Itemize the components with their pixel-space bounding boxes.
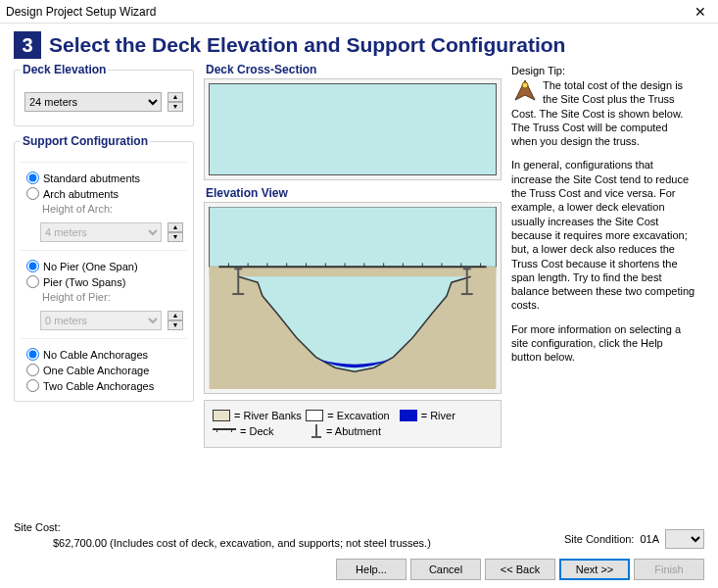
site-cost-label: Site Cost: (14, 521, 564, 533)
elevation-view (209, 207, 497, 389)
radio-two-anchor[interactable]: Two Cable Anchorages (26, 379, 181, 392)
swatch-river (400, 410, 417, 421)
next-button[interactable]: Next >> (559, 559, 630, 580)
help-button[interactable]: Help... (336, 559, 407, 580)
pier-height-label: Height of Pier: (42, 291, 187, 303)
swatch-excavation (306, 410, 323, 421)
radio-standard-abutments[interactable]: Standard abutments (26, 172, 181, 184)
radio-one-anchor[interactable]: One Cable Anchorage (26, 364, 181, 376)
support-config-group: Support Configuration Standard abutments… (14, 134, 194, 402)
cross-section-label: Deck Cross-Section (206, 63, 502, 76)
design-tip-header: Design Tip: (511, 65, 695, 76)
arch-height-select: 4 meters (40, 222, 162, 242)
pier-height-select: 0 meters (40, 311, 162, 330)
step-number: 3 (14, 31, 41, 59)
elevation-panel (204, 202, 502, 394)
site-condition-label: Site Condition: (564, 533, 635, 545)
cross-section-view (209, 83, 497, 175)
radio-no-anchor[interactable]: No Cable Anchorages (26, 348, 181, 361)
deck-elevation-group: Deck Elevation 24 meters ▲▼ (14, 63, 194, 126)
deck-elevation-select[interactable]: 24 meters (24, 92, 162, 112)
svg-rect-0 (210, 207, 497, 267)
radio-arch-abutments[interactable]: Arch abutments (26, 187, 181, 200)
step-title: Select the Deck Elevation and Support Co… (49, 33, 565, 57)
elevation-label: Elevation View (206, 186, 502, 200)
cancel-button[interactable]: Cancel (410, 559, 481, 580)
svg-point-24 (522, 82, 528, 88)
pier-height-spinner: ▲▼ (168, 311, 183, 330)
site-cost-value: $62,700.00 (Includes cost of deck, excav… (53, 537, 564, 549)
window-title: Design Project Setup Wizard (6, 5, 689, 19)
radio-pier[interactable]: Pier (Two Spans) (26, 275, 181, 288)
tip-paragraph-2: In general, configurations that increase… (511, 158, 695, 312)
content: 3 Select the Deck Elevation and Support … (0, 24, 718, 448)
support-config-legend: Support Configuration (21, 134, 150, 148)
deck-elevation-legend: Deck Elevation (21, 63, 108, 76)
deck-elevation-spinner[interactable]: ▲▼ (168, 92, 183, 112)
titlebar: Design Project Setup Wizard ✕ (0, 0, 718, 24)
swatch-deck-icon (213, 428, 236, 434)
radio-no-pier[interactable]: No Pier (One Span) (26, 260, 181, 272)
design-tip: Design Tip: The total cost of the design… (511, 63, 695, 448)
site-condition-value: 01A (640, 533, 659, 545)
wizard-buttons: Help... Cancel << Back Next >> Finish (336, 559, 704, 580)
tip-paragraph-3: For more information on selecting a site… (511, 322, 695, 365)
tip-paragraph-1: The total cost of the design is the Site… (511, 78, 695, 148)
legend-panel: = River Banks = Excavation = River = Dec… (204, 400, 502, 448)
swatch-river-banks (213, 410, 230, 421)
cross-section-panel (204, 78, 502, 180)
arch-height-label: Height of Arch: (42, 203, 187, 215)
back-button[interactable]: << Back (485, 559, 555, 580)
swatch-abutment-icon (311, 424, 322, 438)
arch-height-spinner: ▲▼ (168, 222, 183, 242)
finish-button: Finish (634, 559, 704, 580)
compass-icon (511, 78, 539, 106)
step-heading: 3 Select the Deck Elevation and Support … (14, 31, 704, 59)
site-condition-select[interactable] (665, 529, 704, 549)
close-icon[interactable]: ✕ (689, 4, 712, 20)
